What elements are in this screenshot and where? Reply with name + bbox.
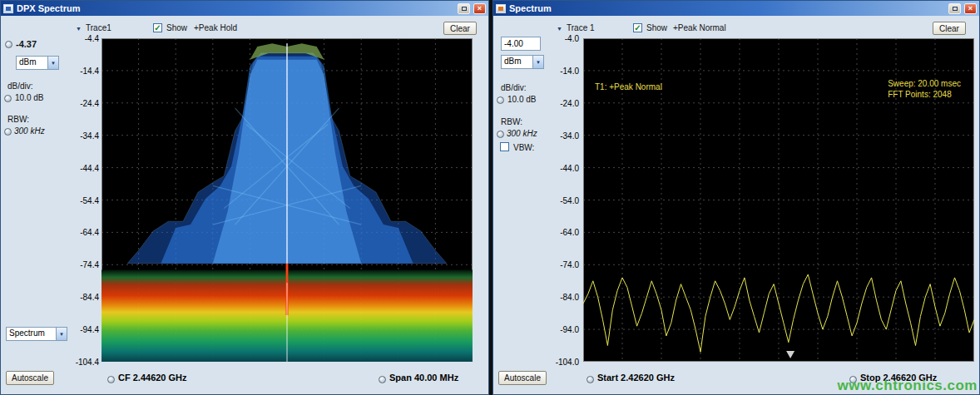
y-tick: -24.4 <box>80 99 99 108</box>
y-tick: -4.0 <box>565 34 579 43</box>
y-tick: -64.0 <box>560 228 579 237</box>
trace-dropdown-icon[interactable] <box>557 23 562 32</box>
trace-selector[interactable]: Trace1 <box>86 23 111 32</box>
unit-value: dBm <box>502 56 532 68</box>
y-tick: -64.4 <box>80 228 99 237</box>
db-div-knob-icon[interactable] <box>4 95 12 102</box>
dpx-spectrum-window: DPX Spectrum Trace1 Show +Peak Hold Clea… <box>0 0 489 395</box>
y-tick: -34.4 <box>80 131 99 141</box>
y-tick: -74.4 <box>80 260 99 269</box>
acquisition-annotation: Sweep: 20.00 msec FFT Points: 2048 <box>888 78 961 100</box>
y-tick: -84.0 <box>560 293 579 302</box>
y-tick: -4.4 <box>85 34 99 43</box>
y-tick: -54.4 <box>80 196 99 205</box>
rbw-label: RBW: <box>7 115 29 124</box>
clear-button[interactable]: Clear <box>933 22 966 35</box>
db-div-knob-icon[interactable] <box>497 96 504 104</box>
y-tick: -104.4 <box>76 358 99 367</box>
fft-annotation: FFT Points: 2048 <box>888 89 961 100</box>
y-tick: -94.0 <box>560 325 579 334</box>
minimize-button[interactable] <box>458 3 470 14</box>
y-tick: -94.4 <box>80 325 99 334</box>
db-div-label: dB/div: <box>7 81 33 91</box>
vbw-label: VBW: <box>513 143 534 152</box>
db-div-label: dB/div: <box>501 83 527 92</box>
ref-level-field[interactable]: -4.00 <box>501 37 541 51</box>
start-knob-icon[interactable] <box>587 376 594 383</box>
show-label: Show <box>166 23 187 32</box>
span-label[interactable]: Span 40.00 MHz <box>389 373 458 383</box>
ref-level-knob-icon[interactable] <box>5 41 12 48</box>
cf-knob-icon[interactable] <box>107 376 115 383</box>
rbw-value[interactable]: 300 kHz <box>14 126 45 136</box>
y-tick: -74.0 <box>560 260 579 269</box>
db-div-value[interactable]: 10.0 dB <box>507 95 536 104</box>
y-tick: -104.0 <box>556 358 579 367</box>
app-icon <box>496 4 506 13</box>
autoscale-button[interactable]: Autoscale <box>498 371 547 385</box>
rbw-label: RBW: <box>501 117 522 126</box>
minimize-button[interactable] <box>948 3 961 14</box>
trace-annotation: T1: +Peak Normal <box>595 81 662 92</box>
detector-mode-label: +Peak Hold <box>194 23 237 32</box>
y-tick: -44.0 <box>560 164 579 173</box>
window-title: DPX Spectrum <box>17 3 454 13</box>
ref-level-value[interactable]: -4.37 <box>16 39 37 49</box>
trace-dropdown-icon[interactable] <box>76 23 82 32</box>
db-div-value[interactable]: 10.0 dB <box>15 93 43 102</box>
vbw-checkbox[interactable] <box>500 142 509 151</box>
display-mode-value: Spectrum <box>7 328 56 340</box>
y-tick: -14.0 <box>560 67 579 76</box>
app-icon <box>3 4 13 13</box>
rbw-value[interactable]: 300 kHz <box>507 129 537 138</box>
detector-mode-label: +Peak Normal <box>673 23 726 32</box>
trace-selector[interactable]: Trace 1 <box>567 23 595 32</box>
rbw-knob-icon[interactable] <box>497 131 504 138</box>
window-title: Spectrum <box>509 3 945 13</box>
autoscale-button[interactable]: Autoscale <box>6 371 54 385</box>
y-axis-labels: -4.0 -14.0 -24.0 -34.0 -44.0 -54.0 -64.0… <box>548 38 579 362</box>
dpx-titlebar[interactable]: DPX Spectrum <box>1 1 488 16</box>
watermark: www.chtronics.com <box>838 378 978 394</box>
spectrum-window: Spectrum Trace 1 Show +Peak Normal Clear… <box>492 0 980 395</box>
chevron-down-icon[interactable] <box>532 56 543 68</box>
rbw-knob-icon[interactable] <box>4 128 12 136</box>
y-tick: -14.4 <box>80 67 99 76</box>
dpx-plot-area[interactable] <box>101 38 473 362</box>
unit-value: dBm <box>17 57 47 69</box>
spectrum-titlebar[interactable]: Spectrum <box>493 1 979 16</box>
chevron-down-icon[interactable] <box>47 57 58 69</box>
unit-dropdown[interactable]: dBm <box>501 55 544 69</box>
y-tick: -34.0 <box>560 131 579 141</box>
dpx-plot-canvas[interactable] <box>101 38 473 362</box>
y-axis-labels: -4.4 -14.4 -24.4 -34.4 -44.4 -54.4 -64.4… <box>71 38 99 362</box>
chevron-down-icon[interactable] <box>56 328 67 340</box>
unit-dropdown[interactable]: dBm <box>16 56 59 70</box>
close-icon[interactable] <box>964 3 977 14</box>
center-frequency-label[interactable]: CF 2.44620 GHz <box>118 373 187 383</box>
y-tick: -84.4 <box>80 293 99 302</box>
start-frequency-label[interactable]: Start 2.42620 GHz <box>597 373 675 383</box>
close-icon[interactable] <box>473 3 486 14</box>
y-tick: -44.4 <box>80 164 99 173</box>
show-checkbox[interactable] <box>153 23 162 32</box>
y-tick: -24.0 <box>560 99 579 108</box>
desktop: DPX Spectrum Trace1 Show +Peak Hold Clea… <box>0 0 980 395</box>
span-knob-icon[interactable] <box>379 376 386 383</box>
spectrum-plot-area[interactable]: T1: +Peak Normal Sweep: 20.00 msec FFT P… <box>583 38 974 362</box>
display-mode-dropdown[interactable]: Spectrum <box>6 327 67 341</box>
sweep-annotation: Sweep: 20.00 msec <box>888 78 961 89</box>
clear-button[interactable]: Clear <box>443 22 477 35</box>
show-label: Show <box>646 23 667 32</box>
y-tick: -54.0 <box>560 196 579 205</box>
show-checkbox[interactable] <box>633 23 642 32</box>
